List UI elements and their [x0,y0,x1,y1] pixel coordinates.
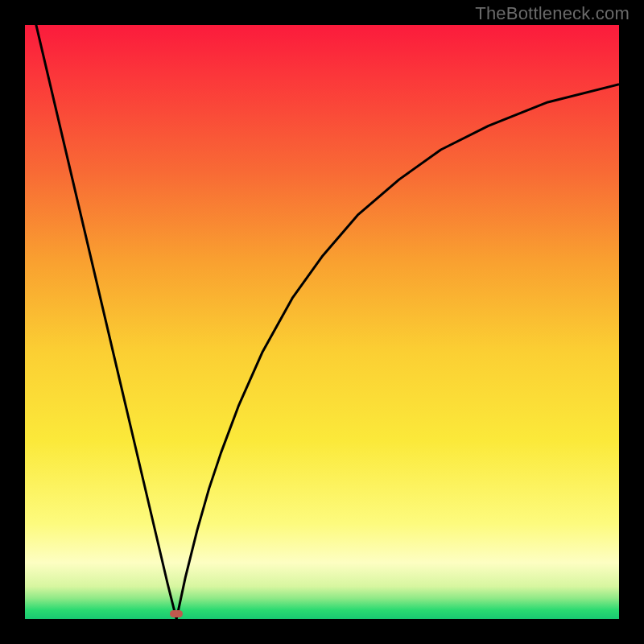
plot-area [25,25,619,619]
chart-frame: TheBottleneck.com [0,0,644,644]
bottleneck-curve [25,25,619,619]
minimum-marker [170,610,183,617]
watermark-text: TheBottleneck.com [475,3,630,24]
